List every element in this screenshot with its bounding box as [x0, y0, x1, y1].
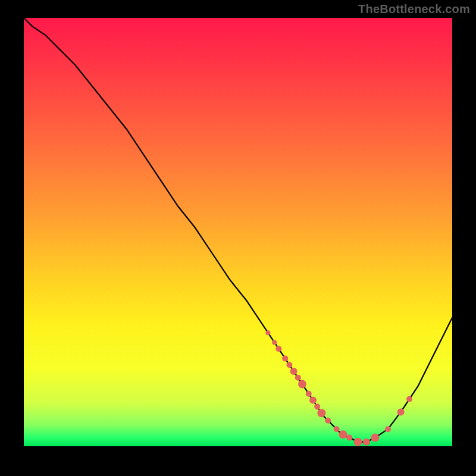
curve-point: [275, 346, 281, 352]
curve-point: [282, 355, 288, 361]
curve-point: [317, 409, 325, 417]
watermark-text: TheBottleneck.com: [358, 2, 470, 16]
curve-point: [334, 426, 340, 432]
curve-point: [290, 368, 298, 375]
curve-point: [265, 330, 270, 335]
curve-point: [406, 396, 412, 402]
bottleneck-curve: [24, 18, 452, 442]
curve-point: [314, 403, 320, 409]
curve-point: [325, 418, 331, 424]
curve-point: [363, 439, 370, 446]
chart-root: TheBottleneck.com: [0, 0, 476, 476]
curve-point: [295, 375, 301, 381]
curve-point: [339, 430, 347, 439]
curve-point: [385, 426, 391, 432]
plot-area: [24, 18, 452, 446]
curve-point: [397, 408, 405, 415]
curve-point: [286, 362, 292, 368]
curve-point: [371, 434, 379, 442]
curve-point: [298, 380, 306, 389]
curve-point: [346, 435, 352, 441]
curve-point: [309, 397, 317, 404]
curve-point: [306, 391, 312, 397]
curve-points: [265, 330, 412, 446]
curve-point: [354, 438, 362, 446]
curve-point: [272, 340, 277, 345]
curve-svg: [24, 18, 452, 446]
